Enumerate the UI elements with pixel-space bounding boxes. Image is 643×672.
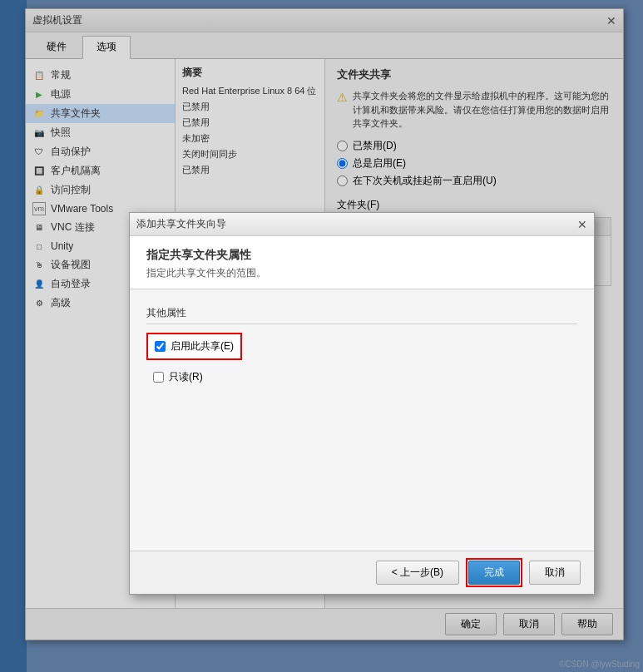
wizard-body: 其他属性 启用此共享(E) 只读(R) xyxy=(130,289,594,551)
wizard-title: 添加共享文件夹向导 xyxy=(136,217,226,231)
wizard-header: 指定共享文件夹属性 指定此共享文件夹的范围。 xyxy=(130,236,594,289)
wizard-readonly-checkbox[interactable] xyxy=(153,372,164,383)
wizard-titlebar: 添加共享文件夹向导 ✕ xyxy=(130,213,594,236)
wizard-footer: < 上一步(B) 完成 取消 xyxy=(130,551,594,594)
wizard-enable-label: 启用此共享(E) xyxy=(171,339,234,353)
wizard-readonly-label: 只读(R) xyxy=(169,370,203,384)
wizard-finish-wrapper: 完成 xyxy=(466,558,522,587)
wizard-dialog: 添加共享文件夹向导 ✕ 指定共享文件夹属性 指定此共享文件夹的范围。 其他属性 … xyxy=(129,212,595,595)
wizard-section-title: 其他属性 xyxy=(146,306,577,324)
wizard-header-title: 指定共享文件夹属性 xyxy=(146,248,577,263)
wizard-cancel-button[interactable]: 取消 xyxy=(529,561,581,585)
wizard-finish-button[interactable]: 完成 xyxy=(468,561,520,585)
wizard-enable-checkbox-row: 启用此共享(E) xyxy=(146,333,242,360)
wizard-close-button[interactable]: ✕ xyxy=(577,219,587,230)
wizard-back-button[interactable]: < 上一步(B) xyxy=(376,561,459,585)
wizard-header-subtitle: 指定此共享文件夹的范围。 xyxy=(146,266,577,280)
wizard-enable-checkbox[interactable] xyxy=(155,341,166,352)
wizard-readonly-row: 只读(R) xyxy=(146,367,577,388)
